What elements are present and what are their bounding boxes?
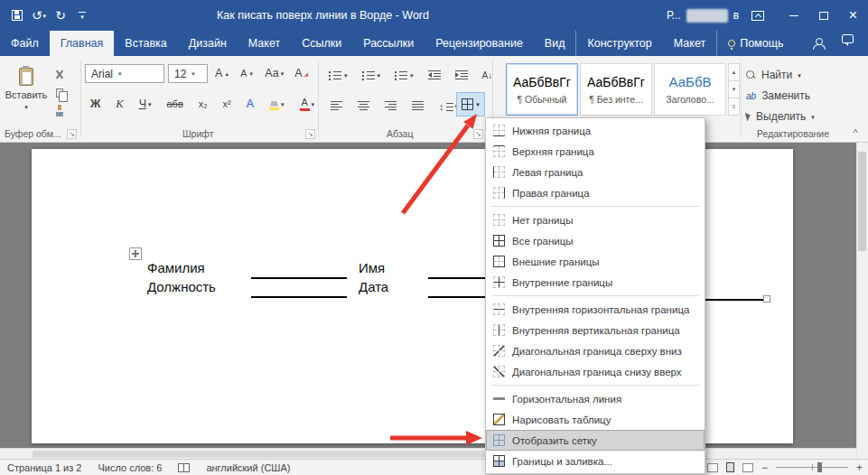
menu-item-diagonal-up-border[interactable]: Диагональная граница снизу вверх [486, 361, 705, 382]
zoom-slider[interactable] [776, 467, 848, 468]
redo-button[interactable]: ↻ [51, 5, 70, 26]
zoom-slider-thumb[interactable] [817, 462, 822, 472]
menu-item-right-border[interactable]: Правая граница [486, 182, 705, 203]
align-left-button[interactable] [327, 97, 346, 116]
paste-button[interactable]: Вставить ▾ [5, 61, 47, 126]
replace-button[interactable]: ab Заменить [746, 88, 810, 104]
clipboard-dialog-launcher[interactable]: ↘ [67, 129, 77, 139]
zoom-out-button[interactable]: − [761, 462, 768, 473]
style-normal[interactable]: АаБбВвГг ¶ Обычный [506, 63, 578, 116]
style-heading1[interactable]: АаБбВ Заголово... [654, 63, 726, 116]
qat-customize-button[interactable]: ▾ [72, 5, 92, 26]
read-mode-button[interactable] [707, 463, 718, 472]
justify-button[interactable] [408, 97, 427, 116]
minimize-button[interactable] [779, 0, 808, 31]
numbering-button[interactable]: ▾ [359, 66, 385, 85]
tab-mailings[interactable]: Рассылки [352, 31, 425, 56]
menu-item-outside-borders[interactable]: Внешние границы [486, 251, 705, 272]
horizontal-scrollbar[interactable] [0, 448, 856, 459]
superscript-button[interactable]: х² [219, 95, 235, 114]
comments-icon[interactable] [842, 34, 854, 43]
tab-references[interactable]: Ссылки [291, 31, 352, 56]
table-cell-text[interactable]: Имя [359, 260, 385, 275]
strikethrough-button[interactable]: абв [163, 95, 186, 114]
tab-view[interactable]: Вид [534, 31, 576, 56]
align-center-button[interactable] [354, 97, 373, 116]
tab-table-design[interactable]: Конструктор [575, 31, 662, 56]
increase-indent-button[interactable] [452, 66, 471, 85]
bold-button[interactable]: Ж [87, 95, 104, 114]
style-no-spacing[interactable]: АаБбВвГг ¶ Без инте... [580, 63, 652, 116]
menu-item-inside-vertical-border[interactable]: Внутренняя вертикальная граница [486, 320, 705, 340]
table-cell-text[interactable]: Фамилия [147, 260, 205, 275]
copy-button[interactable] [51, 85, 68, 100]
menu-item-top-border[interactable]: Верхняя граница [486, 141, 705, 162]
vertical-scrollbar-thumb[interactable] [858, 152, 866, 251]
web-layout-button[interactable] [742, 463, 753, 472]
text-effects-button[interactable]: А [243, 95, 257, 114]
tab-layout[interactable]: Макет [238, 31, 291, 56]
account-icon[interactable] [813, 38, 824, 50]
format-painter-button[interactable] [51, 103, 68, 118]
undo-button[interactable]: ↺▾ [29, 5, 49, 26]
grow-font-button[interactable]: А▲ [211, 64, 233, 83]
menu-item-left-border[interactable]: Левая граница [486, 162, 705, 182]
find-button[interactable]: Найти ▾ [746, 67, 801, 83]
styles-scroll-up-icon[interactable]: ▲ [728, 63, 740, 81]
language-indicator[interactable]: английский (США) [206, 462, 290, 473]
styles-more-icon[interactable]: ≡ [728, 98, 740, 116]
menu-item-inside-borders[interactable]: Внутренние границы [486, 272, 705, 293]
tab-help[interactable]: Помощь [717, 31, 794, 56]
page-indicator[interactable]: Страница 1 из 2 [7, 462, 81, 473]
save-button[interactable] [7, 5, 27, 26]
styles-scroll-down-icon[interactable]: ▼ [728, 81, 740, 98]
font-dialog-launcher[interactable]: ↘ [305, 129, 315, 139]
ribbon-display-options-icon[interactable] [751, 11, 764, 21]
maximize-button[interactable] [808, 0, 838, 31]
font-color-button[interactable]: А▾ [296, 95, 319, 114]
multilevel-list-button[interactable]: ▾ [391, 66, 417, 85]
collapse-ribbon-icon[interactable]: ^ [847, 127, 863, 139]
tab-table-layout[interactable]: Макет [663, 31, 717, 56]
table-move-handle[interactable] [129, 247, 142, 260]
align-right-button[interactable] [381, 97, 400, 116]
menu-item-borders-and-shading[interactable]: Границы и заливка... [486, 451, 705, 471]
decrease-indent-button[interactable] [425, 66, 444, 85]
subscript-button[interactable]: х₂ [195, 95, 211, 114]
table-resize-handle[interactable] [763, 295, 770, 303]
proofing-icon[interactable] [178, 463, 190, 472]
table-cell-text[interactable]: Дата [359, 279, 388, 294]
horizontal-scrollbar-thumb[interactable] [33, 451, 502, 458]
menu-item-horizontal-line[interactable]: Горизонтальная линия [486, 388, 705, 409]
font-name-combo[interactable]: Arial ▾ [85, 64, 164, 83]
paragraph-dialog-launcher[interactable]: ↘ [473, 129, 483, 139]
zoom-in-button[interactable]: + [856, 462, 863, 473]
vertical-scrollbar[interactable] [856, 143, 868, 459]
bullets-button[interactable]: ▾ [325, 66, 351, 85]
clear-formatting-button[interactable]: А◢ [291, 64, 312, 83]
sort-button[interactable]: А↓ [479, 66, 497, 85]
borders-button[interactable]: ▾ [456, 92, 485, 116]
shrink-font-button[interactable]: А▼ [237, 64, 257, 83]
menu-item-bottom-border[interactable]: Нижняя граница [486, 120, 705, 141]
change-case-button[interactable]: Аа▾ [261, 64, 287, 83]
styles-gallery-scroll[interactable]: ▲ ▼ ≡ [728, 63, 740, 116]
menu-item-inside-horizontal-border[interactable]: Внутренняя горизонтальная граница [486, 299, 705, 320]
cut-button[interactable] [51, 67, 68, 82]
italic-button[interactable]: К [112, 95, 126, 114]
tab-design[interactable]: Дизайн [178, 31, 238, 56]
tab-file[interactable]: Файл [0, 31, 50, 56]
close-button[interactable]: × [838, 0, 868, 31]
tab-home[interactable]: Главная [50, 31, 115, 56]
menu-item-diagonal-down-border[interactable]: Диагональная граница сверху вниз [486, 340, 705, 361]
underline-button[interactable]: Ч▾ [135, 95, 155, 114]
tab-review[interactable]: Рецензирование [425, 31, 534, 56]
table-cell-text[interactable]: Должность [147, 279, 216, 294]
select-button[interactable]: Выделить ▾ [746, 108, 815, 125]
font-size-combo[interactable]: 12 ▾ [168, 64, 208, 83]
menu-item-all-borders[interactable]: Все границы [486, 230, 705, 251]
menu-item-draw-table[interactable]: Нарисовать таблицу [486, 409, 705, 430]
highlight-button[interactable]: ▾ [266, 95, 288, 114]
menu-item-no-border[interactable]: Нет границы [486, 210, 705, 230]
word-count[interactable]: Число слов: 6 [98, 462, 162, 473]
